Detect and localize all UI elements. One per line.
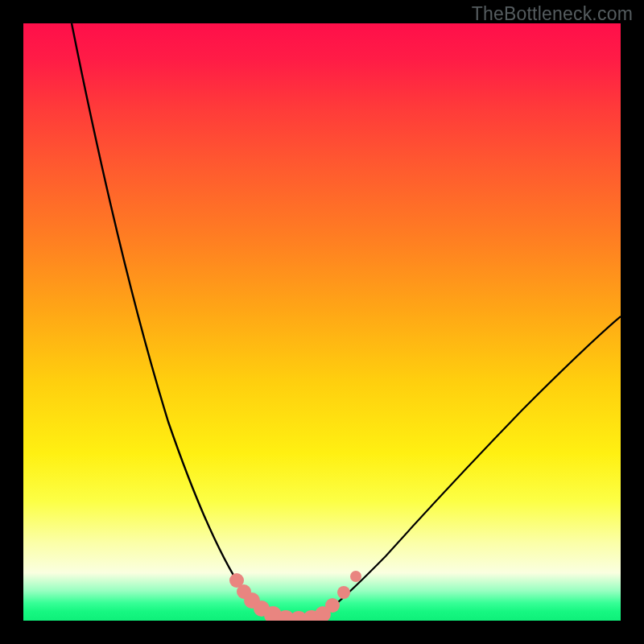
marker-dot xyxy=(337,586,350,599)
right-curve xyxy=(321,316,621,617)
trough-markers xyxy=(229,571,361,621)
plot-area xyxy=(23,23,621,621)
marker-dot xyxy=(325,598,340,613)
watermark-text: TheBottleneck.com xyxy=(472,3,633,25)
marker-dot xyxy=(350,571,361,582)
chart-svg xyxy=(23,23,621,621)
outer-frame: TheBottleneck.com xyxy=(0,0,644,644)
left-curve xyxy=(72,23,275,617)
